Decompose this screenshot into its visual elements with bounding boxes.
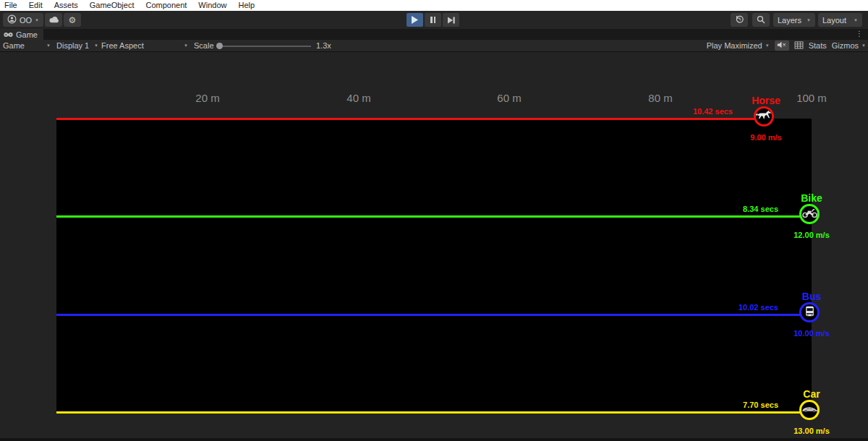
overflow-menu-icon[interactable]: ⋮ — [856, 30, 863, 38]
mute-audio-button[interactable] — [775, 40, 789, 51]
menu-window[interactable]: Window — [192, 0, 232, 11]
window-bottom-edge — [0, 438, 868, 441]
racer-name: Horse — [752, 95, 780, 106]
cloud-icon — [48, 16, 59, 25]
pause-icon — [430, 17, 435, 23]
chevron-down-icon: ▼ — [184, 43, 188, 48]
display-label: Display 1 — [56, 41, 89, 50]
racer-speed: 13.00 m/s — [793, 427, 830, 435]
chevron-down-icon: ▼ — [35, 18, 39, 22]
racer-speed: 9.00 m/s — [750, 133, 781, 142]
chevron-down-icon: ▼ — [807, 18, 811, 22]
layers-dropdown[interactable]: Layers ▼ — [773, 13, 815, 27]
mute-audio-icon — [777, 41, 786, 50]
scale-label: Scale — [194, 40, 214, 51]
tab-game-label: Game — [16, 30, 38, 39]
menu-gameobject[interactable]: GameObject — [84, 0, 140, 11]
car-icon — [801, 403, 819, 416]
aspect-ratio-label: Free Aspect — [101, 41, 144, 50]
track-line-bus — [56, 314, 800, 316]
scale-slider-knob[interactable] — [216, 43, 223, 49]
chevron-down-icon: ▼ — [861, 43, 866, 48]
scale-slider-track[interactable] — [219, 46, 311, 47]
chevron-down-icon: ▼ — [46, 43, 51, 48]
chevron-down-icon: ▼ — [94, 43, 98, 48]
racer-name: Car — [803, 388, 820, 400]
distance-marker-80m: 80 m — [648, 92, 672, 104]
play-maximized-dropdown[interactable]: Play Maximized ▼ — [707, 41, 770, 50]
step-button[interactable] — [443, 13, 459, 27]
racer-name: Bike — [801, 192, 822, 204]
play-controls — [407, 13, 459, 27]
game-viewport[interactable]: 20 m 40 m 60 m 80 m 100 m Horse 10.42 se… — [0, 52, 868, 438]
play-icon — [412, 14, 418, 27]
racer-marker-car — [799, 400, 820, 420]
vsync-grid-button[interactable] — [794, 41, 804, 51]
racer-time: 8.34 secs — [743, 205, 778, 213]
gear-icon: ⚙ — [69, 15, 77, 25]
horse-icon — [755, 110, 773, 124]
chevron-down-icon: ▼ — [854, 18, 858, 22]
layers-label: Layers — [778, 16, 801, 25]
unity-toolbar: OO ▼ ⚙ — [0, 11, 868, 29]
game-view-mode-dropdown[interactable]: Game ▼ — [3, 40, 51, 51]
menu-bar: File Edit Assets GameObject Component Wi… — [0, 0, 868, 11]
motorbike-icon — [801, 207, 818, 221]
account-label: OO — [20, 16, 32, 25]
racer-name: Bus — [802, 291, 821, 302]
racer-marker-bike — [799, 204, 820, 224]
race-field — [56, 119, 812, 413]
scale-value: 1.3x — [316, 40, 331, 51]
account-button[interactable]: OO ▼ — [3, 13, 43, 27]
layout-dropdown[interactable]: Layout ▼ — [818, 13, 862, 27]
history-icon — [735, 14, 744, 25]
tab-bar: Game ⋮ — [0, 29, 868, 40]
racer-time: 10.42 secs — [693, 107, 733, 116]
menu-assets[interactable]: Assets — [48, 0, 84, 11]
game-view-mode-label: Game — [3, 41, 25, 50]
menu-component[interactable]: Component — [140, 0, 192, 11]
menu-help[interactable]: Help — [232, 0, 260, 11]
aspect-ratio-dropdown[interactable]: Free Aspect ▼ — [101, 40, 188, 51]
menu-edit[interactable]: Edit — [23, 0, 48, 11]
play-maximized-label: Play Maximized — [707, 41, 762, 50]
racer-speed: 10.00 m/s — [793, 329, 830, 338]
cloud-button[interactable] — [45, 13, 62, 27]
racer-time: 7.70 secs — [743, 401, 778, 409]
person-icon — [7, 14, 17, 25]
play-button[interactable] — [407, 13, 423, 27]
chevron-down-icon: ▼ — [765, 43, 770, 48]
track-line-bike — [56, 215, 800, 218]
bus-icon — [804, 305, 816, 320]
history-button[interactable] — [731, 13, 748, 27]
distance-marker-20m: 20 m — [195, 92, 219, 104]
search-icon — [757, 15, 765, 25]
pause-button[interactable] — [425, 13, 441, 27]
grid-icon — [794, 41, 804, 51]
racer-marker-bus — [799, 302, 820, 322]
distance-marker-100m: 100 m — [796, 92, 827, 104]
track-line-horse — [56, 118, 754, 120]
game-view-icon — [4, 30, 13, 39]
distance-marker-40m: 40 m — [346, 92, 370, 104]
settings-button[interactable]: ⚙ — [64, 13, 81, 27]
gizmos-dropdown[interactable]: Gizmos ▼ — [832, 41, 866, 50]
racer-speed: 12.00 m/s — [793, 231, 830, 239]
step-icon — [448, 14, 455, 27]
track-line-car — [56, 411, 800, 414]
game-view-toolbar: Game ▼ Display 1 ▼ Free Aspect ▼ Scale 1… — [0, 40, 868, 52]
racer-marker-horse — [754, 106, 774, 127]
layout-label: Layout — [822, 16, 846, 25]
tab-game[interactable]: Game — [0, 29, 43, 40]
distance-marker-60m: 60 m — [497, 92, 521, 104]
stats-toggle[interactable]: Stats — [809, 41, 827, 50]
display-dropdown[interactable]: Display 1 ▼ — [56, 40, 98, 51]
search-button[interactable] — [752, 13, 770, 27]
racer-time: 10.02 secs — [739, 303, 778, 312]
menu-file[interactable]: File — [0, 0, 23, 11]
gizmos-label: Gizmos — [832, 41, 859, 50]
